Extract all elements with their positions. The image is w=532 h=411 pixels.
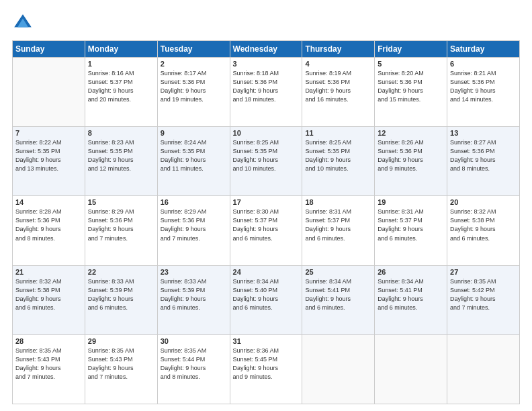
day-info: Sunrise: 8:32 AM Sunset: 5:38 PM Dayligh… [450,208,517,242]
day-cell: 10Sunrise: 8:25 AM Sunset: 5:35 PM Dayli… [230,127,302,196]
day-number: 9 [161,129,227,137]
day-info: Sunrise: 8:25 AM Sunset: 5:35 PM Dayligh… [305,138,371,173]
day-cell: 31Sunrise: 8:36 AM Sunset: 5:45 PM Dayli… [230,334,302,404]
day-info: Sunrise: 8:35 AM Sunset: 5:44 PM Dayligh… [161,347,227,381]
day-cell: 17Sunrise: 8:30 AM Sunset: 5:37 PM Dayli… [230,196,302,265]
day-info: Sunrise: 8:29 AM Sunset: 5:36 PM Dayligh… [88,208,154,242]
day-number: 31 [233,337,300,345]
day-info: Sunrise: 8:16 AM Sunset: 5:37 PM Dayligh… [88,69,154,104]
day-number: 11 [305,129,371,137]
day-info: Sunrise: 8:31 AM Sunset: 5:37 PM Dayligh… [378,208,444,242]
week-row-3: 21Sunrise: 8:32 AM Sunset: 5:38 PM Dayli… [13,265,520,334]
day-number: 2 [161,60,227,68]
day-number: 18 [305,198,371,206]
day-info: Sunrise: 8:33 AM Sunset: 5:39 PM Dayligh… [88,277,154,312]
day-number: 30 [161,337,227,345]
day-cell: 7Sunrise: 8:22 AM Sunset: 5:35 PM Daylig… [13,127,85,196]
day-cell [13,58,85,127]
day-info: Sunrise: 8:27 AM Sunset: 5:36 PM Dayligh… [450,138,517,173]
day-info: Sunrise: 8:18 AM Sunset: 5:36 PM Dayligh… [233,69,300,104]
day-number: 27 [450,268,517,276]
day-cell: 20Sunrise: 8:32 AM Sunset: 5:38 PM Dayli… [447,196,520,265]
day-number: 20 [450,198,517,206]
day-cell: 2Sunrise: 8:17 AM Sunset: 5:36 PM Daylig… [157,58,230,127]
day-cell: 30Sunrise: 8:35 AM Sunset: 5:44 PM Dayli… [157,334,230,404]
day-number: 8 [88,129,154,137]
day-info: Sunrise: 8:36 AM Sunset: 5:45 PM Dayligh… [233,347,300,381]
logo [12,12,36,34]
day-cell: 14Sunrise: 8:28 AM Sunset: 5:36 PM Dayli… [13,196,85,265]
day-info: Sunrise: 8:34 AM Sunset: 5:40 PM Dayligh… [233,277,300,312]
day-number: 19 [378,198,444,206]
day-cell: 8Sunrise: 8:23 AM Sunset: 5:35 PM Daylig… [85,127,157,196]
day-number: 3 [233,60,300,68]
day-info: Sunrise: 8:22 AM Sunset: 5:35 PM Dayligh… [15,138,82,173]
weekday-header-friday: Friday [375,41,447,58]
day-number: 23 [161,268,227,276]
day-info: Sunrise: 8:34 AM Sunset: 5:41 PM Dayligh… [305,277,371,312]
day-number: 29 [88,337,154,345]
day-number: 16 [161,198,227,206]
day-info: Sunrise: 8:31 AM Sunset: 5:37 PM Dayligh… [305,208,371,242]
day-info: Sunrise: 8:29 AM Sunset: 5:36 PM Dayligh… [161,208,227,242]
weekday-header-row: SundayMondayTuesdayWednesdayThursdayFrid… [13,41,520,58]
day-cell: 12Sunrise: 8:26 AM Sunset: 5:36 PM Dayli… [375,127,447,196]
header [12,12,520,34]
weekday-header-wednesday: Wednesday [230,41,302,58]
day-info: Sunrise: 8:34 AM Sunset: 5:41 PM Dayligh… [378,277,444,312]
day-number: 1 [88,60,154,68]
day-cell: 22Sunrise: 8:33 AM Sunset: 5:39 PM Dayli… [85,265,157,334]
day-cell: 29Sunrise: 8:35 AM Sunset: 5:43 PM Dayli… [85,334,157,404]
day-cell: 19Sunrise: 8:31 AM Sunset: 5:37 PM Dayli… [375,196,447,265]
day-cell [302,334,375,404]
day-number: 15 [88,198,154,206]
week-row-0: 1Sunrise: 8:16 AM Sunset: 5:37 PM Daylig… [13,58,520,127]
day-cell: 26Sunrise: 8:34 AM Sunset: 5:41 PM Dayli… [375,265,447,334]
day-info: Sunrise: 8:28 AM Sunset: 5:36 PM Dayligh… [15,208,82,242]
day-info: Sunrise: 8:24 AM Sunset: 5:35 PM Dayligh… [161,138,227,173]
day-cell: 11Sunrise: 8:25 AM Sunset: 5:35 PM Dayli… [302,127,375,196]
day-info: Sunrise: 8:30 AM Sunset: 5:37 PM Dayligh… [233,208,300,242]
day-cell: 13Sunrise: 8:27 AM Sunset: 5:36 PM Dayli… [447,127,520,196]
day-cell: 1Sunrise: 8:16 AM Sunset: 5:37 PM Daylig… [85,58,157,127]
day-info: Sunrise: 8:20 AM Sunset: 5:36 PM Dayligh… [378,69,444,104]
week-row-2: 14Sunrise: 8:28 AM Sunset: 5:36 PM Dayli… [13,196,520,265]
day-number: 17 [233,198,300,206]
day-info: Sunrise: 8:21 AM Sunset: 5:36 PM Dayligh… [450,69,517,104]
day-info: Sunrise: 8:23 AM Sunset: 5:35 PM Dayligh… [88,138,154,173]
day-info: Sunrise: 8:35 AM Sunset: 5:43 PM Dayligh… [88,347,154,381]
day-number: 6 [450,60,517,68]
week-row-1: 7Sunrise: 8:22 AM Sunset: 5:35 PM Daylig… [13,127,520,196]
day-number: 21 [15,268,82,276]
day-cell: 23Sunrise: 8:33 AM Sunset: 5:39 PM Dayli… [157,265,230,334]
weekday-header-sunday: Sunday [13,41,85,58]
weekday-header-monday: Monday [85,41,157,58]
day-number: 12 [378,129,444,137]
day-cell: 21Sunrise: 8:32 AM Sunset: 5:38 PM Dayli… [13,265,85,334]
day-cell: 6Sunrise: 8:21 AM Sunset: 5:36 PM Daylig… [447,58,520,127]
day-cell: 28Sunrise: 8:35 AM Sunset: 5:43 PM Dayli… [13,334,85,404]
day-info: Sunrise: 8:17 AM Sunset: 5:36 PM Dayligh… [161,69,227,104]
day-number: 4 [305,60,371,68]
day-info: Sunrise: 8:32 AM Sunset: 5:38 PM Dayligh… [15,277,82,312]
day-number: 24 [233,268,300,276]
day-cell: 27Sunrise: 8:35 AM Sunset: 5:42 PM Dayli… [447,265,520,334]
day-number: 14 [15,198,82,206]
day-number: 22 [88,268,154,276]
day-info: Sunrise: 8:19 AM Sunset: 5:36 PM Dayligh… [305,69,371,104]
day-number: 5 [378,60,444,68]
weekday-header-saturday: Saturday [447,41,520,58]
day-cell: 9Sunrise: 8:24 AM Sunset: 5:35 PM Daylig… [157,127,230,196]
day-cell: 25Sunrise: 8:34 AM Sunset: 5:41 PM Dayli… [302,265,375,334]
day-info: Sunrise: 8:33 AM Sunset: 5:39 PM Dayligh… [161,277,227,312]
day-cell [375,334,447,404]
calendar: SundayMondayTuesdayWednesdayThursdayFrid… [12,40,520,404]
day-number: 26 [378,268,444,276]
day-number: 13 [450,129,517,137]
day-cell: 3Sunrise: 8:18 AM Sunset: 5:36 PM Daylig… [230,58,302,127]
day-cell [447,334,520,404]
day-cell: 18Sunrise: 8:31 AM Sunset: 5:37 PM Dayli… [302,196,375,265]
day-number: 10 [233,129,300,137]
day-cell: 24Sunrise: 8:34 AM Sunset: 5:40 PM Dayli… [230,265,302,334]
week-row-4: 28Sunrise: 8:35 AM Sunset: 5:43 PM Dayli… [13,334,520,404]
